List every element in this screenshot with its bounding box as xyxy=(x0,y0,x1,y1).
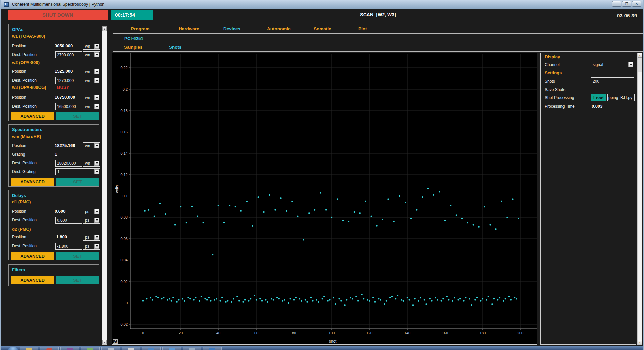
scroll-down-icon[interactable]: ▼ xyxy=(638,340,642,344)
taskbar-app-button[interactable] xyxy=(183,347,201,350)
panel-tab-underline xyxy=(113,51,643,52)
tab-shots[interactable]: Shots xyxy=(169,45,182,50)
d1-dest-units-value: ps xyxy=(83,218,94,223)
w2-dest-input[interactable] xyxy=(55,77,82,84)
w2-dest-units[interactable]: wn xyxy=(83,77,100,84)
chevron-down-icon[interactable] xyxy=(94,209,99,214)
opas-advanced-button[interactable]: ADVANCED xyxy=(11,112,54,120)
delays-advanced-button[interactable]: ADVANCED xyxy=(11,252,54,260)
spectrometers-advanced-button[interactable]: ADVANCED xyxy=(11,178,54,186)
chevron-down-icon[interactable] xyxy=(94,78,99,83)
tab-somatic[interactable]: Somatic xyxy=(314,26,331,31)
wm-dest-grating-select[interactable]: 1 xyxy=(55,168,100,175)
d2-dest-input[interactable] xyxy=(55,243,82,250)
processing-file-input[interactable] xyxy=(607,94,635,101)
filters-set-button[interactable]: SET xyxy=(56,276,99,284)
start-orb-icon[interactable] xyxy=(8,347,18,350)
d1-position-units[interactable]: ps xyxy=(83,208,100,215)
w3-dest-units[interactable]: wn xyxy=(83,103,100,110)
taskbar-app-button[interactable] xyxy=(162,347,181,350)
w1-dest-units[interactable]: wn xyxy=(83,51,100,58)
chevron-down-icon[interactable] xyxy=(94,95,99,100)
chevron-down-icon[interactable] xyxy=(94,244,99,249)
wm-position-units[interactable]: wn xyxy=(83,142,100,149)
shots-input[interactable] xyxy=(591,77,634,85)
tab-autonomic[interactable]: Autonomic xyxy=(267,26,291,31)
taskbar-app-button[interactable] xyxy=(20,347,38,350)
d2-position-units[interactable]: ps xyxy=(83,234,100,241)
wm-dest-grating-label: Dest. Grating xyxy=(12,168,36,175)
w1-position-units[interactable]: wn xyxy=(83,43,100,50)
autoscale-button[interactable]: A xyxy=(113,339,118,344)
tab-hardware[interactable]: Hardware xyxy=(179,26,199,31)
w3-dest-input[interactable] xyxy=(55,103,82,110)
spectrometers-section: Spectrometers wm (MicroHR) Position 1827… xyxy=(8,124,99,187)
d1-position-units-value: ps xyxy=(83,209,94,214)
svg-text:0: 0 xyxy=(126,301,128,305)
chevron-down-icon[interactable] xyxy=(94,52,99,57)
restore-button[interactable]: ❐ xyxy=(622,1,631,7)
w1-position-value: 3050.000 xyxy=(55,43,73,48)
w1-dest-input[interactable] xyxy=(55,51,82,58)
delays-set-button[interactable]: SET xyxy=(56,252,99,260)
scroll-up-icon[interactable]: ▲ xyxy=(102,26,107,31)
taskbar-app-button[interactable] xyxy=(40,347,59,350)
windows-taskbar[interactable] xyxy=(1,346,643,350)
tab-devices[interactable]: Devices xyxy=(223,26,240,31)
wm-position-value: 18275.168 xyxy=(55,143,75,148)
d2-dest-units[interactable]: ps xyxy=(83,243,100,250)
nav-underline xyxy=(113,33,643,34)
wm-dest-units[interactable]: wn xyxy=(83,160,100,167)
load-script-button[interactable]: Load xyxy=(591,94,606,101)
wm-name: wm (MicroHR) xyxy=(12,134,41,140)
w3-dest-units-value: wn xyxy=(83,104,94,109)
tab-pci-6251[interactable]: PCI-6251 xyxy=(124,36,143,41)
tab-program[interactable]: Program xyxy=(131,26,150,31)
d2-position-label: Position xyxy=(12,234,26,240)
w2-position-units[interactable]: wn xyxy=(83,68,100,75)
shutdown-button[interactable]: SHUT DOWN xyxy=(8,10,108,20)
chevron-down-icon[interactable] xyxy=(94,169,99,174)
svg-text:0.12: 0.12 xyxy=(121,173,128,177)
taskbar-app-button[interactable] xyxy=(122,347,140,350)
d1-dest-units[interactable]: ps xyxy=(83,217,100,224)
taskbar-app-button[interactable] xyxy=(142,347,161,350)
channel-select[interactable]: signal xyxy=(591,61,634,68)
filters-advanced-button[interactable]: ADVANCED xyxy=(11,276,54,284)
tab-samples[interactable]: Samples xyxy=(124,45,143,50)
filters-title: Filters xyxy=(12,267,25,273)
close-button[interactable]: ✕ xyxy=(632,1,641,7)
taskbar-app-button[interactable] xyxy=(81,347,100,350)
save-shots-label: Save Shots xyxy=(545,87,565,92)
w1-position-label: Position xyxy=(12,43,26,49)
chevron-down-icon[interactable] xyxy=(628,62,633,67)
wm-dest-label: Dest. Position xyxy=(12,160,37,166)
left-scrollbar[interactable]: ▲ ▼ xyxy=(102,26,107,345)
chevron-down-icon[interactable] xyxy=(94,44,99,49)
chevron-down-icon[interactable] xyxy=(94,69,99,74)
minimize-button[interactable]: — xyxy=(612,1,621,7)
svg-text:0.06: 0.06 xyxy=(121,237,128,241)
scatter-plot-canvas[interactable]: -0.0200.020.040.060.080.10.120.140.160.1… xyxy=(112,53,537,344)
chevron-down-icon[interactable] xyxy=(94,235,99,240)
taskbar-app-button[interactable] xyxy=(101,347,120,350)
scrollbar-thumb[interactable] xyxy=(638,58,642,72)
tab-plot[interactable]: Plot xyxy=(358,26,367,31)
w3-position-units[interactable]: wn xyxy=(83,94,100,101)
wm-dest-input[interactable] xyxy=(55,160,82,167)
chevron-down-icon[interactable] xyxy=(94,104,99,109)
d1-dest-input[interactable] xyxy=(55,217,82,224)
wm-grating-value: 1 xyxy=(55,152,57,157)
chevron-down-icon[interactable] xyxy=(94,218,99,223)
chevron-down-icon[interactable] xyxy=(94,143,99,148)
shots-plot[interactable]: -0.0200.020.040.060.080.10.120.140.160.1… xyxy=(112,53,537,345)
delays-section: Delays d1 (PMC) Position 0.600 ps Dest. … xyxy=(8,190,99,260)
chevron-down-icon[interactable] xyxy=(94,161,99,166)
spectrometers-set-button[interactable]: SET xyxy=(56,178,99,186)
taskbar-app-button[interactable] xyxy=(60,347,79,350)
scroll-up-icon[interactable]: ▲ xyxy=(638,53,642,58)
right-scrollbar[interactable]: ▲ ▼ xyxy=(637,53,642,345)
taskbar-app-button[interactable] xyxy=(203,347,222,350)
opas-set-button[interactable]: SET xyxy=(56,112,99,120)
scroll-down-icon[interactable]: ▼ xyxy=(102,340,107,344)
